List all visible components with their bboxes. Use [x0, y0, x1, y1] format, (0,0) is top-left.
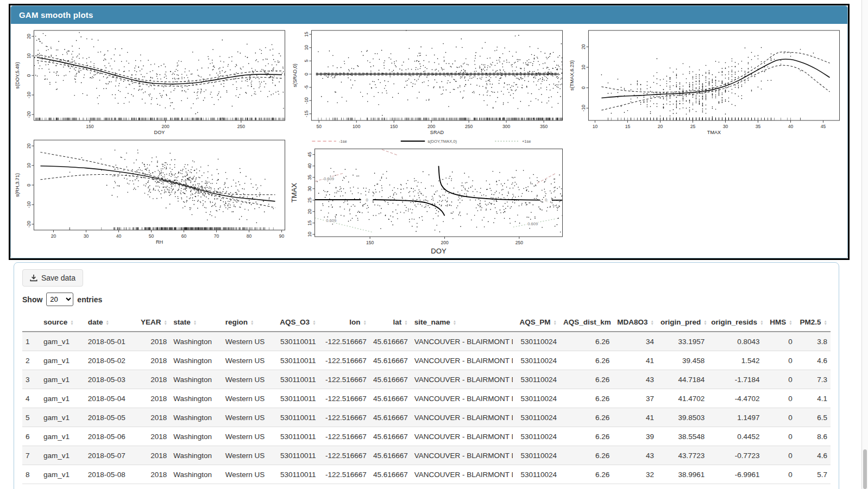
- svg-text:10: 10: [303, 45, 309, 50]
- svg-text:15: 15: [303, 31, 309, 37]
- cell-origin_pred: 41.4702: [657, 389, 708, 408]
- sort-icon[interactable]: ▲▼: [250, 320, 254, 326]
- table-row[interactable]: 2gam_v12018-05-022018WashingtonWestern U…: [22, 351, 831, 370]
- cell-state: Washington: [170, 332, 222, 351]
- column-header-AQS_O3[interactable]: AQS_O3▲▼: [271, 313, 319, 332]
- svg-text:-10: -10: [26, 92, 32, 99]
- column-header-PM2.5[interactable]: PM2.5▲▼: [796, 313, 831, 332]
- cell-PM2.5: 8.6: [796, 427, 831, 446]
- cell-HMS: 0: [763, 465, 796, 484]
- cell-PM2.5: 4.6: [796, 351, 831, 370]
- cell-lon: -122.516667: [319, 370, 370, 389]
- table-body: 1gam_v12018-05-012018WashingtonWestern U…: [22, 332, 831, 484]
- column-header-date[interactable]: date▲▼: [85, 313, 137, 332]
- cell-state: Washington: [170, 351, 222, 370]
- svg-text:30: 30: [306, 186, 312, 192]
- svg-text:45: 45: [821, 124, 826, 129]
- sort-icon[interactable]: ▲▼: [789, 320, 792, 326]
- entries-label: entries: [77, 295, 102, 304]
- column-header-state[interactable]: state▲▼: [170, 313, 222, 332]
- svg-text:350: 350: [540, 124, 548, 129]
- column-header-lat[interactable]: lat▲▼: [370, 313, 411, 332]
- panel-header: GAM smooth plots: [11, 6, 847, 24]
- svg-text:0: 0: [26, 184, 32, 187]
- cell-state: Washington: [170, 370, 222, 389]
- table-row[interactable]: 1gam_v12018-05-012018WashingtonWestern U…: [22, 332, 831, 351]
- cell-YEAR: 2018: [137, 351, 170, 370]
- save-data-button[interactable]: Save data: [22, 269, 83, 287]
- cell-lon: -122.516667: [319, 465, 370, 484]
- column-header-YEAR[interactable]: YEAR▲▼: [137, 313, 170, 332]
- table-row[interactable]: 7gam_v12018-05-072018WashingtonWestern U…: [22, 446, 831, 465]
- cell-lon: -122.516667: [319, 389, 370, 408]
- sort-icon[interactable]: ▲▼: [363, 320, 366, 326]
- svg-text:90: 90: [279, 233, 285, 239]
- sort-icon[interactable]: ▲▼: [553, 320, 557, 326]
- sort-icon[interactable]: ▲▼: [312, 320, 316, 326]
- cell-AQS_O3: 530110011: [271, 389, 319, 408]
- sort-icon[interactable]: ▲▼: [105, 320, 109, 326]
- header-row: source▲▼date▲▼YEAR▲▼state▲▼region▲▼AQS_O…: [22, 313, 831, 332]
- cell-state: Washington: [170, 408, 222, 427]
- table-row[interactable]: 8gam_v12018-05-082018WashingtonWestern U…: [22, 465, 831, 484]
- scrollbar-thumb[interactable]: [863, 449, 867, 489]
- column-header-site_name[interactable]: site_name▲▼: [411, 313, 513, 332]
- cell-AQS_PM: 530110024: [513, 332, 561, 351]
- cell-YEAR: 2018: [137, 465, 170, 484]
- svg-text:0: 0: [545, 198, 547, 203]
- cell-AQS_O3: 530110011: [271, 408, 319, 427]
- cell-index: 5: [22, 408, 40, 427]
- cell-YEAR: 2018: [137, 446, 170, 465]
- cell-AQS_dist_km: 6.26: [560, 389, 613, 408]
- cell-origin_resids: -1.7184: [708, 370, 763, 389]
- svg-text:0.609: 0.609: [326, 218, 336, 223]
- cell-AQS_O3: 530110011: [271, 465, 319, 484]
- sort-icon[interactable]: ▲▼: [193, 320, 197, 326]
- cell-state: Washington: [170, 427, 222, 446]
- cell-date: 2018-05-08: [85, 465, 137, 484]
- sort-icon[interactable]: ▲▼: [651, 320, 654, 326]
- table-row[interactable]: 4gam_v12018-05-042018WashingtonWestern U…: [22, 389, 831, 408]
- cell-MDA8O3: 41: [613, 408, 657, 427]
- sort-icon[interactable]: ▲▼: [453, 320, 456, 326]
- cell-source: gam_v1: [40, 465, 85, 484]
- column-header-AQS_dist_km[interactable]: AQS_dist_km▲▼: [560, 313, 613, 332]
- svg-text:-1se: -1se: [339, 139, 347, 144]
- cell-lat: 45.616667: [370, 446, 411, 465]
- svg-text:50: 50: [149, 233, 154, 239]
- column-header-origin_pred[interactable]: origin_pred▲▼: [657, 313, 708, 332]
- cell-region: Western US: [222, 351, 271, 370]
- column-header-HMS[interactable]: HMS▲▼: [763, 313, 796, 332]
- cell-index: 2: [22, 351, 40, 370]
- column-header-lon[interactable]: lon▲▼: [319, 313, 370, 332]
- table-row[interactable]: 5gam_v12018-05-052018WashingtonWestern U…: [22, 408, 831, 427]
- cell-origin_pred: 39.8503: [657, 408, 708, 427]
- svg-text:20: 20: [306, 209, 312, 214]
- svg-text:25: 25: [690, 124, 696, 129]
- sort-icon[interactable]: ▲▼: [703, 320, 707, 326]
- column-header-source[interactable]: source▲▼: [40, 313, 85, 332]
- sort-icon[interactable]: ▲▼: [70, 320, 73, 326]
- cell-HMS: 0: [763, 389, 796, 408]
- page-scrollbar[interactable]: [861, 0, 868, 489]
- column-header-origin_resids[interactable]: origin_resids▲▼: [708, 313, 763, 332]
- column-header-MDA8O3[interactable]: MDA8O3▲▼: [613, 313, 657, 332]
- cell-lat: 45.616667: [370, 465, 411, 484]
- svg-text:+1se: +1se: [522, 139, 531, 144]
- cell-origin_pred: 39.458: [657, 351, 708, 370]
- column-header-AQS_PM[interactable]: AQS_PM▲▼: [513, 313, 561, 332]
- cell-date: 2018-05-07: [85, 446, 137, 465]
- sort-icon[interactable]: ▲▼: [164, 320, 167, 326]
- sort-icon[interactable]: ▲▼: [404, 320, 407, 326]
- column-header-region[interactable]: region▲▼: [222, 313, 271, 332]
- cell-date: 2018-05-01: [85, 332, 137, 351]
- cell-source: gam_v1: [40, 351, 85, 370]
- table-row[interactable]: 6gam_v12018-05-062018WashingtonWestern U…: [22, 427, 831, 446]
- cell-AQS_dist_km: 6.26: [560, 446, 613, 465]
- cell-PM2.5: 6.5: [796, 408, 831, 427]
- svg-text:-0.609: -0.609: [322, 177, 334, 182]
- entries-select[interactable]: 20: [46, 293, 73, 306]
- sort-icon[interactable]: ▲▼: [824, 320, 827, 326]
- sort-icon[interactable]: ▲▼: [760, 320, 763, 326]
- table-row[interactable]: 3gam_v12018-05-032018WashingtonWestern U…: [22, 370, 831, 389]
